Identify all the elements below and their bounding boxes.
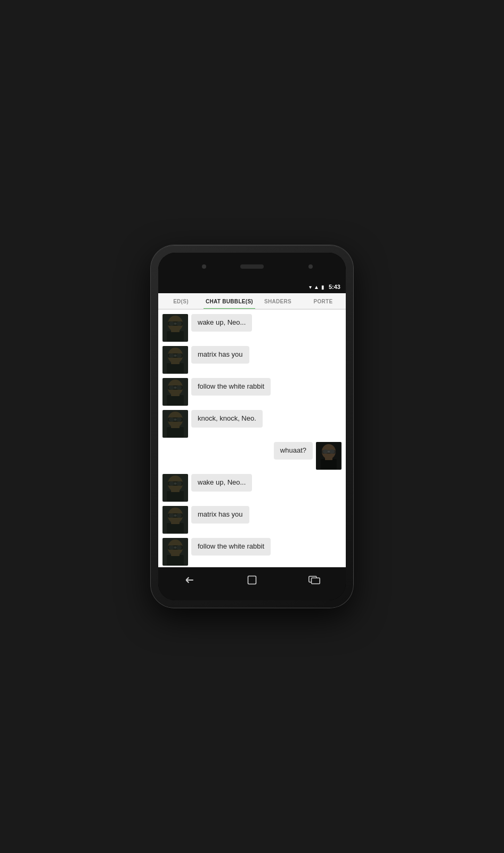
chat-message-5: whuaat? bbox=[162, 442, 342, 470]
avatar-morpheus-8 bbox=[162, 538, 188, 566]
bottom-bezel bbox=[158, 593, 346, 600]
svg-rect-44 bbox=[316, 442, 342, 470]
avatar-morpheus-4 bbox=[162, 410, 188, 438]
wifi-icon: ▾ bbox=[309, 284, 312, 290]
chat-area[interactable]: wake up, Neo... bbox=[158, 310, 346, 567]
tab-chatbubble[interactable]: CHAT BUBBLE(S) bbox=[204, 293, 255, 309]
message-text-2: matrix has you bbox=[198, 350, 243, 358]
chat-message-1: wake up, Neo... bbox=[162, 314, 342, 342]
tab-shaders[interactable]: SHADERS bbox=[255, 293, 300, 309]
home-button[interactable] bbox=[239, 570, 265, 590]
message-text-3: follow the white rabbit bbox=[198, 382, 264, 390]
signal-icon: ▲ bbox=[314, 284, 319, 290]
chat-message-3: follow the white rabbit bbox=[162, 378, 342, 406]
svg-rect-8 bbox=[162, 314, 188, 342]
avatar-morpheus-6 bbox=[162, 474, 188, 502]
front-sensor bbox=[308, 264, 313, 269]
top-bezel bbox=[158, 253, 346, 280]
bubble-8: follow the white rabbit bbox=[191, 538, 271, 556]
avatar-morpheus-3 bbox=[162, 378, 188, 406]
svg-rect-62 bbox=[162, 506, 188, 534]
phone-device: ▾ ▲ ▮ 5:43 ED(S) CHAT BUBBLE(S) SHADERS … bbox=[151, 245, 353, 608]
bubble-5: whuaat? bbox=[274, 442, 313, 460]
avatar-morpheus-1 bbox=[162, 314, 188, 342]
status-bar: ▾ ▲ ▮ 5:43 bbox=[158, 280, 346, 293]
phone-screen: ▾ ▲ ▮ 5:43 ED(S) CHAT BUBBLE(S) SHADERS … bbox=[158, 253, 346, 600]
message-text-1: wake up, Neo... bbox=[198, 318, 246, 326]
chat-message-6: wake up, Neo... bbox=[162, 474, 342, 502]
svg-rect-17 bbox=[162, 346, 188, 374]
tab-bar: ED(S) CHAT BUBBLE(S) SHADERS PORTE bbox=[158, 293, 346, 310]
svg-rect-71 bbox=[162, 538, 188, 566]
svg-rect-90 bbox=[248, 576, 256, 584]
svg-rect-26 bbox=[162, 378, 188, 406]
avatar-morpheus-2 bbox=[162, 346, 188, 374]
message-text-4: knock, knock, Neo. bbox=[198, 414, 256, 422]
bubble-7: matrix has you bbox=[191, 506, 249, 524]
message-text-8: follow the white rabbit bbox=[198, 542, 264, 550]
avatar-neo-1 bbox=[316, 442, 342, 470]
bubble-6: wake up, Neo... bbox=[191, 474, 252, 492]
chat-message-7: matrix has you bbox=[162, 506, 342, 534]
bubble-4: knock, knock, Neo. bbox=[191, 410, 263, 428]
svg-rect-35 bbox=[162, 410, 188, 438]
message-text-6: wake up, Neo... bbox=[198, 478, 246, 486]
back-button[interactable] bbox=[177, 570, 202, 590]
avatar-morpheus-7 bbox=[162, 506, 188, 534]
battery-icon: ▮ bbox=[321, 284, 324, 290]
svg-rect-53 bbox=[162, 474, 188, 502]
message-text-5: whuaat? bbox=[280, 446, 306, 454]
recents-button[interactable] bbox=[302, 570, 327, 590]
bubble-1: wake up, Neo... bbox=[191, 314, 252, 332]
earpiece-speaker bbox=[240, 264, 264, 269]
tab-themed[interactable]: ED(S) bbox=[158, 293, 204, 309]
bubble-2: matrix has you bbox=[191, 346, 249, 364]
svg-rect-92 bbox=[312, 578, 320, 584]
chat-message-8: follow the white rabbit bbox=[162, 538, 342, 566]
bottom-nav bbox=[158, 567, 346, 593]
chat-message-2: matrix has you bbox=[162, 346, 342, 374]
message-text-7: matrix has you bbox=[198, 510, 243, 518]
tab-ported[interactable]: PORTE bbox=[300, 293, 346, 309]
status-time: 5:43 bbox=[329, 284, 340, 290]
front-camera bbox=[202, 264, 206, 269]
chat-message-4: knock, knock, Neo. bbox=[162, 410, 342, 438]
bubble-3: follow the white rabbit bbox=[191, 378, 271, 396]
